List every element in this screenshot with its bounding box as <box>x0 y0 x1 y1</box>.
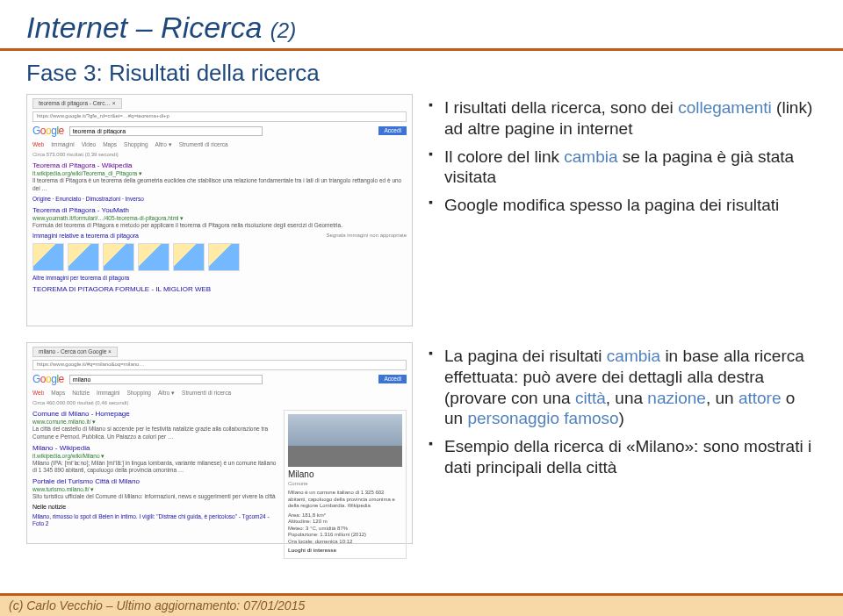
bullet: La pagina dei risultati cambia in base a… <box>429 346 817 429</box>
browser-tab: teorema di pitagora - Cerc… × <box>32 98 122 109</box>
title-rule <box>0 48 843 51</box>
google-logo: Google <box>32 125 64 138</box>
bullet: I risultati della ricerca, sono dei coll… <box>429 97 817 140</box>
row-2: milano - Cerca con Google × https://www.… <box>26 342 817 544</box>
result-title: Teorema di Pitagora - Wikipedia <box>32 161 407 170</box>
search-input <box>69 375 263 384</box>
browser-chrome: teorema di pitagora - Cerc… × <box>32 98 407 109</box>
image-thumbnails <box>32 243 407 271</box>
screenshot-2: milano - Cerca con Google × https://www.… <box>26 342 413 544</box>
result-title: Teorema di Pitagora - YouMath <box>32 206 407 215</box>
slide: Internet – Ricerca (2) Fase 3: Risultati… <box>0 0 843 616</box>
card-photo <box>288 414 402 467</box>
result-desc: Il teorema di Pitagora è un teorema dell… <box>32 177 407 191</box>
result-url: it.wikipedia.org/wiki/Teorema_di_Pitagor… <box>32 170 407 177</box>
search-nav: WebImmaginiVideoMapsShoppingAltro ▾Strum… <box>32 141 407 148</box>
result-count: Circa 573.000 risultati (0,39 secondi) <box>32 152 407 159</box>
footer: (c) Carlo Vecchio – Ultimo aggiornamento… <box>0 593 843 616</box>
bullet: Google modifica spesso la pagina dei ris… <box>429 195 817 216</box>
google-logo: Google <box>32 373 64 386</box>
knowledge-card: Milano Comune Milano è un comune italian… <box>284 410 407 559</box>
slide-title: Internet – Ricerca (2) <box>26 11 817 45</box>
bullets-2: La pagina dei risultati cambia in base a… <box>429 342 817 485</box>
address-bar: https://www.google.it/?gfe_rd=cr&ei=…#q=… <box>32 111 407 122</box>
slide-subtitle: Fase 3: Risultati della ricerca <box>26 60 817 87</box>
title-main: Internet – Ricerca <box>26 11 270 44</box>
screenshot-1: teorema di pitagora - Cerc… × https://ww… <box>26 94 413 326</box>
bullets-1: I risultati della ricerca, sono dei coll… <box>429 94 817 223</box>
search-input <box>69 126 263 136</box>
bullet: Il colore del link cambia se la pagina è… <box>429 147 817 189</box>
signin-button: Accedi <box>378 126 407 135</box>
title-sub: (2) <box>270 18 296 42</box>
row-1: teorema di pitagora - Cerc… × https://ww… <box>26 94 817 326</box>
bullet: Esempio della ricerca di «Milano»: sono … <box>429 436 817 478</box>
